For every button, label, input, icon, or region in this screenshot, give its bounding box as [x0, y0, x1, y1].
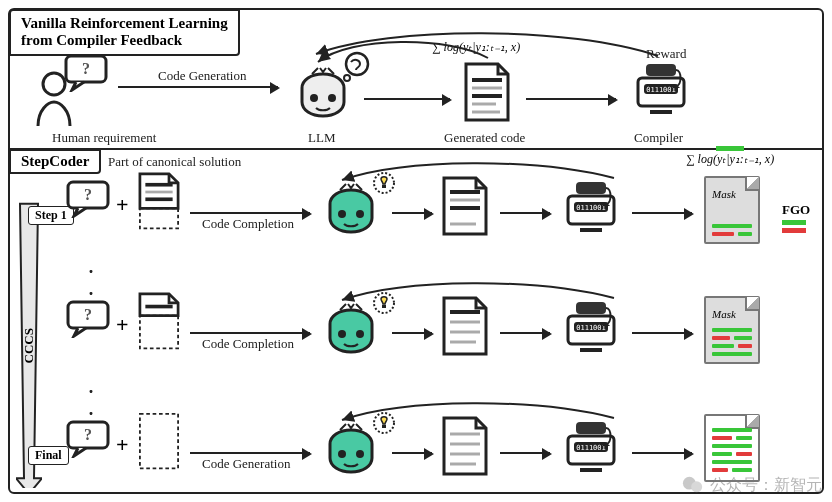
svg-point-0: [43, 73, 65, 95]
svg-point-4: [328, 94, 336, 102]
svg-rect-32: [580, 228, 602, 232]
stepcoder-title: StepCoder: [9, 149, 101, 174]
svg-point-41: [356, 330, 364, 338]
arrow-code-to-compiler: [526, 98, 616, 100]
partial-solution-icon: [134, 172, 184, 236]
watermark: 公众号：新智元: [682, 474, 822, 496]
question-bubble-icon: ?: [66, 420, 110, 462]
svg-text:0111001: 0111001: [576, 204, 606, 212]
cccs-label: CCCS: [21, 328, 37, 363]
svg-text:0111001: 0111001: [576, 444, 606, 452]
svg-text:?: ?: [84, 426, 92, 443]
svg-point-57: [356, 450, 364, 458]
compiler-icon: 0111001: [560, 300, 622, 360]
svg-point-56: [338, 450, 346, 458]
vanilla-title-line2: from Compiler Feedback: [21, 32, 228, 49]
log-formula-2: ∑ log(yₜ|y₁:ₜ₋₁, x): [686, 152, 774, 167]
generated-code-label: Generated code: [444, 130, 525, 146]
compiler-icon: 0111001: [560, 420, 622, 480]
svg-point-24: [356, 210, 364, 218]
compiler-icon: 0111001: [630, 62, 692, 122]
partial-solution-icon: [134, 292, 184, 356]
question-bubble-icon: ?: [66, 300, 110, 342]
mask-icon: Mask: [704, 296, 760, 364]
human-label: Human requirement: [52, 130, 156, 146]
svg-text:0111001: 0111001: [646, 86, 676, 94]
part-label: Part of canonical solution: [108, 154, 241, 170]
svg-rect-26: [382, 185, 386, 188]
svg-point-71: [691, 481, 702, 492]
generated-code-icon: [440, 296, 490, 360]
compiler-icon: 0111001: [560, 180, 622, 240]
svg-rect-49: [580, 348, 602, 352]
vanilla-title-line1: Vanilla Reinforcement Learning: [21, 15, 228, 32]
arrow-compiler-to-llm: [310, 32, 670, 62]
generated-code-icon: [440, 416, 490, 480]
fgo-label: FGO: [782, 202, 810, 218]
action-label: Code Completion: [202, 216, 294, 232]
vanilla-panel: Vanilla Reinforcement Learning from Comp…: [10, 10, 822, 150]
svg-text:?: ?: [84, 306, 92, 323]
code-generation-label: Code Generation: [158, 68, 246, 84]
svg-rect-13: [650, 110, 672, 114]
action-label: Code Generation: [202, 456, 290, 472]
compiler-label: Compiler: [634, 130, 683, 146]
step-final-badge: Final: [28, 446, 69, 465]
svg-point-6: [344, 75, 350, 81]
svg-text:?: ?: [84, 186, 92, 203]
cccs-arrow: CCCS: [16, 198, 42, 488]
generated-code-icon: [440, 176, 490, 240]
svg-text:?: ?: [82, 60, 90, 77]
stepcoder-panel: StepCoder Part of canonical solution ∑ l…: [10, 150, 822, 492]
arrow-llm-to-code: [364, 98, 450, 100]
svg-point-3: [310, 94, 318, 102]
mask-icon: Mask: [704, 176, 760, 244]
action-label: Code Completion: [202, 336, 294, 352]
svg-text:0111001: 0111001: [576, 324, 606, 332]
question-bubble-icon: ?: [66, 180, 110, 222]
svg-rect-43: [382, 305, 386, 308]
question-bubble-icon: ?: [64, 54, 108, 96]
empty-solution-icon: [134, 412, 184, 476]
llm-label: LLM: [308, 130, 335, 146]
svg-rect-16: [646, 64, 676, 76]
svg-rect-65: [580, 468, 602, 472]
final-result-icon: [704, 414, 760, 482]
svg-rect-59: [382, 425, 386, 428]
svg-point-23: [338, 210, 346, 218]
vanilla-title: Vanilla Reinforcement Learning from Comp…: [9, 9, 240, 56]
arrow-human-to-llm: [118, 86, 278, 88]
svg-point-40: [338, 330, 346, 338]
generated-code-icon: [462, 62, 512, 126]
